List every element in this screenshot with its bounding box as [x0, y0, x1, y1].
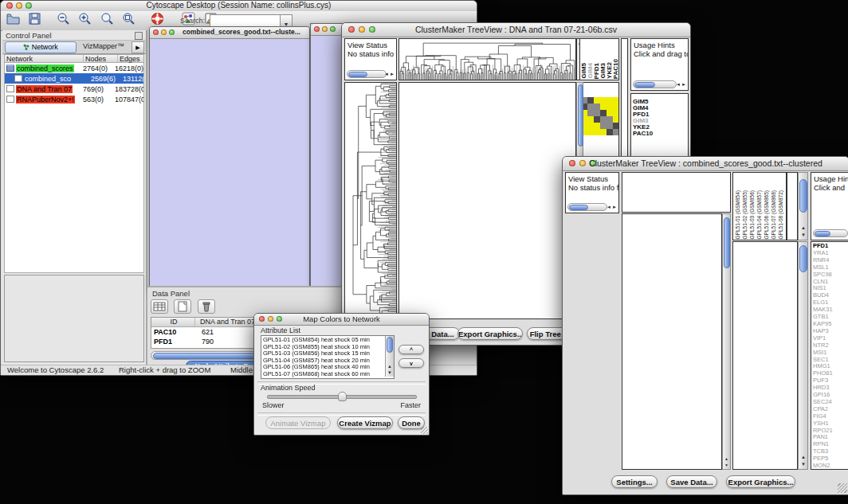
right-arrow-icon[interactable]: ►	[390, 72, 395, 76]
open-file-icon[interactable]	[6, 11, 21, 26]
down-arrow-icon[interactable]: ▼	[724, 463, 728, 467]
similarity-cell[interactable]	[600, 123, 607, 129]
similarity-cell[interactable]	[613, 116, 619, 123]
tab-network[interactable]: Network	[5, 41, 77, 53]
create-attribute-icon[interactable]	[174, 299, 191, 314]
column-label[interactable]: GPL51-04 (GSM857)	[756, 190, 763, 239]
similarity-cell[interactable]	[600, 116, 607, 123]
similarity-cell[interactable]	[587, 129, 594, 135]
zoom-window-icon[interactable]	[330, 26, 336, 32]
similarity-cell[interactable]	[600, 110, 607, 116]
up-arrow-icon[interactable]: ▲	[724, 456, 728, 461]
similarity-cell[interactable]	[607, 104, 613, 110]
column-label[interactable]: PAC10	[613, 59, 619, 79]
network-overview-canvas[interactable]	[5, 275, 143, 361]
down-arrow-icon[interactable]: ▼	[801, 462, 806, 467]
delete-attribute-icon[interactable]	[198, 299, 215, 314]
similarity-cell[interactable]	[613, 129, 619, 135]
similarity-cell[interactable]	[587, 104, 594, 110]
move-down-button[interactable]: v	[398, 358, 424, 368]
expression-heatmap-canvas[interactable]	[622, 214, 721, 469]
zoom-heatmap-canvas[interactable]	[736, 244, 787, 467]
save-session-icon[interactable]	[27, 11, 42, 26]
down-arrow-icon[interactable]: ▼	[387, 370, 392, 375]
zoom-selected-icon[interactable]	[121, 11, 136, 26]
resize-grip-icon[interactable]	[838, 483, 847, 493]
main-titlebar[interactable]: Cytoscape Desktop (Session Name: collins…	[1, 1, 477, 12]
col-nodes[interactable]: Nodes	[84, 55, 118, 62]
column-label[interactable]: GPL51-07 (GSM868)	[770, 190, 777, 239]
similarity-cell[interactable]	[594, 116, 600, 123]
similarity-cell[interactable]	[613, 97, 619, 104]
similarity-cell[interactable]	[594, 123, 600, 129]
slider-thumb[interactable]	[338, 392, 347, 401]
tv2-settings-button[interactable]: Settings...	[611, 475, 658, 488]
similarity-cell[interactable]	[594, 104, 600, 110]
similarity-cell[interactable]	[587, 97, 594, 104]
network-row[interactable]: combined_scores2764(0)16218(0)	[5, 63, 143, 73]
tv2-zoom-vscrollbar[interactable]: ▲ ▼	[798, 241, 808, 470]
tv2-usage-hscrollbar[interactable]	[813, 229, 848, 237]
left-arrow-icon[interactable]: ◄	[384, 72, 389, 76]
float-panel-icon[interactable]	[135, 32, 143, 40]
attribute-list-vscrollbar[interactable]: ▲ ▼	[385, 336, 394, 377]
right-arrow-icon[interactable]: ►	[681, 82, 686, 87]
minimize-icon[interactable]	[161, 29, 167, 35]
up-arrow-icon[interactable]: ▲	[801, 225, 806, 230]
tv2-titlebar[interactable]: ClusterMaker TreeView : combined_scores_…	[563, 157, 848, 171]
move-up-button[interactable]: ^	[398, 345, 424, 354]
resize-grip-icon[interactable]	[421, 427, 428, 434]
gene-label[interactable]: PAC10	[633, 131, 653, 137]
zoom-out-icon[interactable]	[56, 11, 71, 26]
tv2-vscrollbar[interactable]: ▲ ▼	[722, 213, 731, 470]
similarity-cell[interactable]	[600, 104, 607, 110]
similarity-cell[interactable]	[600, 129, 607, 135]
zoom-fit-icon[interactable]	[100, 11, 115, 26]
create-vizmap-button[interactable]: Create Vizmap	[337, 416, 393, 429]
search-dropdown-button[interactable]: ▼	[280, 14, 292, 27]
attribute-item[interactable]: GPL51-07 (GSM868) heat shock 60 min	[261, 371, 384, 378]
column-label[interactable]: GPL51-06 (GSM865)	[763, 190, 770, 239]
down-arrow-icon[interactable]: ▼	[801, 232, 806, 237]
right-arrow-icon[interactable]: ►	[612, 205, 617, 209]
row-dendrogram-canvas[interactable]	[345, 83, 396, 318]
similarity-cell[interactable]	[587, 110, 594, 116]
tv2-labels-vscrollbar[interactable]: ▲ ▼	[798, 172, 808, 240]
help-lifering-icon[interactable]	[150, 11, 165, 26]
tv1-export-graphics-button[interactable]: Export Graphics...	[457, 327, 523, 340]
similarity-cell[interactable]	[587, 116, 594, 123]
search-input[interactable]	[210, 14, 281, 27]
tab-overflow-button[interactable]: ▶	[132, 41, 144, 53]
similarity-cell[interactable]	[607, 110, 613, 116]
animation-speed-slider[interactable]	[267, 395, 417, 399]
data-col-id[interactable]: ID	[151, 318, 195, 326]
similarity-cell[interactable]	[613, 110, 619, 116]
similarity-cell[interactable]	[587, 123, 594, 129]
network-row[interactable]: DNA and Tran 07769(0)183728(0)	[5, 84, 143, 94]
animate-vizmap-button[interactable]: Animate Vizmap	[265, 416, 331, 429]
network-canvas[interactable]	[150, 39, 308, 289]
similarity-cell[interactable]	[594, 110, 600, 116]
up-arrow-icon[interactable]: ▲	[801, 455, 806, 459]
gene-label[interactable]: MON2	[813, 463, 833, 470]
tv1-usage-hscrollbar[interactable]	[633, 80, 677, 88]
network-row[interactable]: combined_sco2569(6)13112(15)	[5, 73, 143, 84]
column-label[interactable]: GPL51-08 (GSM872)	[777, 190, 784, 239]
column-label[interactable]: GPL51-03 (GSM856)	[748, 190, 756, 239]
tv2-export-graphics-button[interactable]: Export Graphics...	[726, 475, 795, 488]
zoom-in-icon[interactable]	[77, 11, 92, 26]
tv1-titlebar[interactable]: ClusterMaker TreeView : DNA and Tran 07-…	[342, 23, 690, 37]
dialog-titlebar[interactable]: Map Colors to Network	[254, 314, 429, 326]
network-row[interactable]: RNAPuberNov2+!563(0)107847(0)	[5, 94, 143, 104]
similarity-cell[interactable]	[594, 129, 600, 135]
similarity-cell[interactable]	[600, 97, 607, 104]
network-view-titlebar[interactable]: combined_scores_good.txt--cluste...	[150, 27, 309, 39]
tv2-status-hscrollbar[interactable]	[567, 203, 607, 211]
close-icon[interactable]	[314, 26, 320, 32]
up-arrow-icon[interactable]: ▲	[387, 364, 392, 369]
column-dendrogram-canvas[interactable]	[399, 39, 575, 80]
expression-heatmap-canvas[interactable]	[399, 83, 575, 318]
minimize-icon[interactable]	[322, 26, 328, 32]
tab-vizmapper[interactable]: VizMapper™	[77, 41, 130, 52]
similarity-cell[interactable]	[613, 123, 619, 129]
